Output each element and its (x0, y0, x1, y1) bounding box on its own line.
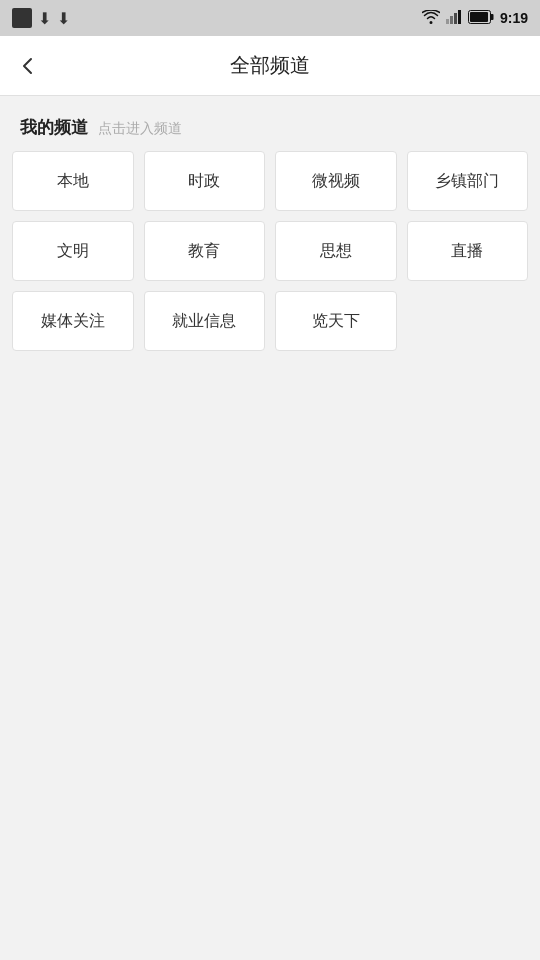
signal-icon (446, 10, 462, 27)
my-channel-label: 我的频道 (20, 116, 88, 139)
channel-item[interactable]: 直播 (407, 221, 529, 281)
battery-icon (468, 10, 494, 27)
channel-item[interactable]: 文明 (12, 221, 134, 281)
svg-rect-6 (470, 12, 488, 22)
channel-item[interactable]: 本地 (12, 151, 134, 211)
channel-item[interactable]: 览天下 (275, 291, 397, 351)
channel-item[interactable]: 思想 (275, 221, 397, 281)
svg-rect-3 (458, 10, 461, 24)
svg-rect-1 (450, 16, 453, 24)
channel-item[interactable]: 乡镇部门 (407, 151, 529, 211)
download-icon-2: ⬇ (57, 9, 70, 28)
download-icon-1: ⬇ (38, 9, 51, 28)
page-title: 全部频道 (230, 52, 310, 79)
back-button[interactable] (16, 54, 40, 78)
wifi-icon (422, 10, 440, 27)
header: 全部频道 (0, 36, 540, 96)
channel-item[interactable]: 教育 (144, 221, 266, 281)
time-display: 9:19 (500, 10, 528, 26)
svg-rect-0 (446, 19, 449, 24)
svg-rect-2 (454, 13, 457, 24)
channel-grid: 本地时政微视频乡镇部门文明教育思想直播媒体关注就业信息览天下 (0, 151, 540, 351)
my-channel-hint: 点击进入频道 (98, 120, 182, 138)
channel-item[interactable]: 微视频 (275, 151, 397, 211)
section-label-row: 我的频道 点击进入频道 (0, 96, 540, 151)
channel-item[interactable]: 媒体关注 (12, 291, 134, 351)
status-bar-left: ⬇ ⬇ (12, 8, 70, 28)
status-bar-right: 9:19 (422, 10, 528, 27)
channel-item[interactable]: 就业信息 (144, 291, 266, 351)
channel-item[interactable]: 时政 (144, 151, 266, 211)
status-bar: ⬇ ⬇ 9:19 (0, 0, 540, 36)
app-icon (12, 8, 32, 28)
svg-rect-5 (490, 14, 493, 20)
